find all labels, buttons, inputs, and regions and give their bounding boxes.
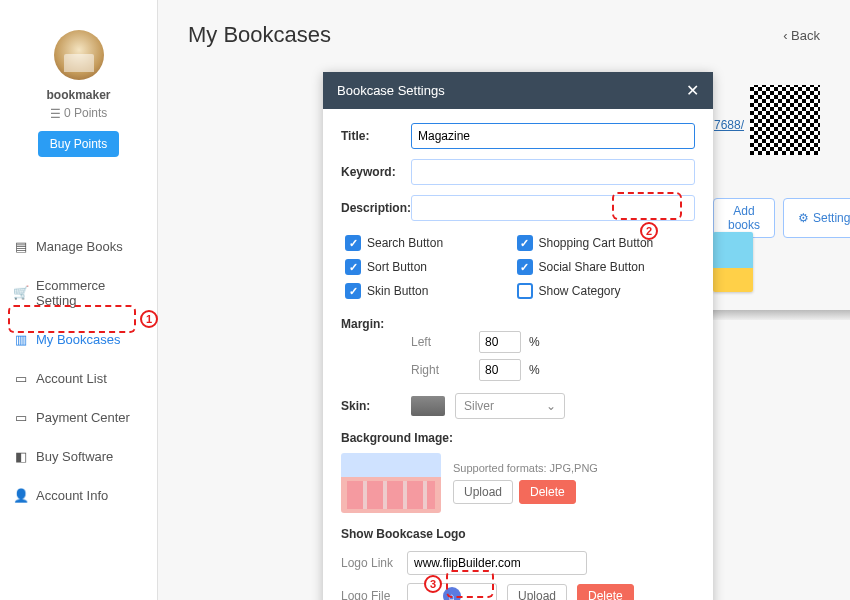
logo-upload-button[interactable]: Upload xyxy=(507,584,567,600)
logo-section-title: Show Bookcase Logo xyxy=(341,527,695,541)
nav-label: Manage Books xyxy=(36,239,123,254)
nav-label: Account List xyxy=(36,371,107,386)
payment-icon: ▭ xyxy=(14,410,28,424)
skin-row: Skin: Silver⌄ xyxy=(341,393,695,419)
keyword-input[interactable] xyxy=(411,159,695,185)
manage-books-icon: ▤ xyxy=(14,239,28,253)
margin-right-label: Right xyxy=(411,363,471,377)
logo-file-preview: ⌂ xyxy=(407,583,497,600)
bg-delete-button[interactable]: Delete xyxy=(519,480,576,504)
checkbox-icon xyxy=(517,259,533,275)
checkbox-icon xyxy=(517,235,533,251)
check-cart[interactable]: Shopping Cart Button xyxy=(517,235,689,251)
dialog-header: Bookcase Settings ✕ xyxy=(323,72,713,109)
keyword-label: Keyword: xyxy=(341,165,411,179)
settings-button[interactable]: ⚙Settings xyxy=(783,198,850,238)
logo-link-input[interactable] xyxy=(407,551,587,575)
username: bookmaker xyxy=(0,88,157,102)
nav-ecommerce[interactable]: 🛒Ecommerce Setting xyxy=(0,266,157,320)
nav-account-info[interactable]: 👤Account Info xyxy=(0,476,157,515)
skin-swatch xyxy=(411,396,445,416)
nav: ▤Manage Books 🛒Ecommerce Setting ▥My Boo… xyxy=(0,227,157,515)
logo-delete-button[interactable]: Delete xyxy=(577,584,634,600)
book-thumbnail xyxy=(713,232,753,292)
checkbox-icon xyxy=(517,283,533,299)
nav-label: Payment Center xyxy=(36,410,130,425)
bg-upload-button[interactable]: Upload xyxy=(453,480,513,504)
logo-icon: ⌂ xyxy=(443,587,461,600)
check-social[interactable]: Social Share Button xyxy=(517,259,689,275)
toolbar-label: Settings xyxy=(813,211,850,225)
bg-preview xyxy=(341,453,441,513)
close-icon[interactable]: ✕ xyxy=(686,81,699,100)
nav-label: Ecommerce Setting xyxy=(36,278,143,308)
check-label: Shopping Cart Button xyxy=(539,236,654,250)
skin-select[interactable]: Silver⌄ xyxy=(455,393,565,419)
nav-manage-books[interactable]: ▤Manage Books xyxy=(0,227,157,266)
checkbox-group: Search Button Shopping Cart Button Sort … xyxy=(345,235,695,307)
title-label: Title: xyxy=(341,129,411,143)
page-title: My Bookcases xyxy=(188,22,850,48)
checkbox-icon xyxy=(345,235,361,251)
description-label: Description: xyxy=(341,201,411,215)
check-label: Search Button xyxy=(367,236,443,250)
margin-left-label: Left xyxy=(411,335,471,349)
margin-right-row: Right % xyxy=(341,359,695,381)
bookcase-settings-dialog: Bookcase Settings ✕ Title: Keyword: Desc… xyxy=(323,72,713,600)
nav-my-bookcases[interactable]: ▥My Bookcases xyxy=(0,320,157,359)
bg-actions: Supported formats: JPG,PNG Upload Delete xyxy=(453,462,598,504)
points-label: 0 Points xyxy=(64,106,107,120)
field-description: Description: xyxy=(341,195,695,221)
skin-selected: Silver xyxy=(464,399,494,413)
unit: % xyxy=(529,335,540,349)
check-sort[interactable]: Sort Button xyxy=(345,259,517,275)
logo-section: Show Bookcase Logo Logo Link Logo File ⌂… xyxy=(341,527,695,600)
dialog-body: Title: Keyword: Description: Search Butt… xyxy=(323,109,713,600)
avatar xyxy=(54,30,104,80)
ecommerce-icon: 🛒 xyxy=(14,286,28,300)
check-label: Sort Button xyxy=(367,260,427,274)
nav-label: My Bookcases xyxy=(36,332,121,347)
back-link[interactable]: Back xyxy=(783,28,820,43)
margin-label: Margin: xyxy=(341,317,695,331)
check-skin[interactable]: Skin Button xyxy=(345,283,517,299)
margin-left-input[interactable] xyxy=(479,331,521,353)
nav-buy-software[interactable]: ◧Buy Software xyxy=(0,437,157,476)
buy-points-button[interactable]: Buy Points xyxy=(38,131,119,157)
margin-left-row: Left % xyxy=(341,331,695,353)
unit: % xyxy=(529,363,540,377)
sidebar: bookmaker ☰ 0 Points Buy Points ▤Manage … xyxy=(0,0,158,600)
dialog-title: Bookcase Settings xyxy=(337,83,445,98)
check-label: Social Share Button xyxy=(539,260,645,274)
checkbox-icon xyxy=(345,259,361,275)
points-icon: ☰ xyxy=(50,107,61,121)
qr-code xyxy=(750,85,820,155)
chevron-down-icon: ⌄ xyxy=(546,399,556,413)
software-icon: ◧ xyxy=(14,449,28,463)
check-category[interactable]: Show Category xyxy=(517,283,689,299)
description-input[interactable] xyxy=(411,195,695,221)
field-title: Title: xyxy=(341,123,695,149)
bg-hint: Supported formats: JPG,PNG xyxy=(453,462,598,474)
nav-payment-center[interactable]: ▭Payment Center xyxy=(0,398,157,437)
check-label: Skin Button xyxy=(367,284,428,298)
check-search[interactable]: Search Button xyxy=(345,235,517,251)
profile: bookmaker ☰ 0 Points Buy Points xyxy=(0,0,157,167)
logo-link-label: Logo Link xyxy=(341,556,397,570)
account-info-icon: 👤 xyxy=(14,488,28,502)
nav-account-list[interactable]: ▭Account List xyxy=(0,359,157,398)
field-keyword: Keyword: xyxy=(341,159,695,185)
nav-label: Buy Software xyxy=(36,449,113,464)
logo-link-row: Logo Link xyxy=(341,551,695,575)
checkbox-icon xyxy=(345,283,361,299)
nav-label: Account Info xyxy=(36,488,108,503)
margin-right-input[interactable] xyxy=(479,359,521,381)
bg-row: Supported formats: JPG,PNG Upload Delete xyxy=(341,453,695,513)
check-label: Show Category xyxy=(539,284,621,298)
logo-file-label: Logo File xyxy=(341,589,397,600)
gear-icon: ⚙ xyxy=(798,211,809,225)
title-input[interactable] xyxy=(411,123,695,149)
bookcase-url[interactable]: 7688/ xyxy=(714,118,744,132)
bg-label: Background Image: xyxy=(341,431,695,445)
points-text: ☰ 0 Points xyxy=(0,106,157,121)
